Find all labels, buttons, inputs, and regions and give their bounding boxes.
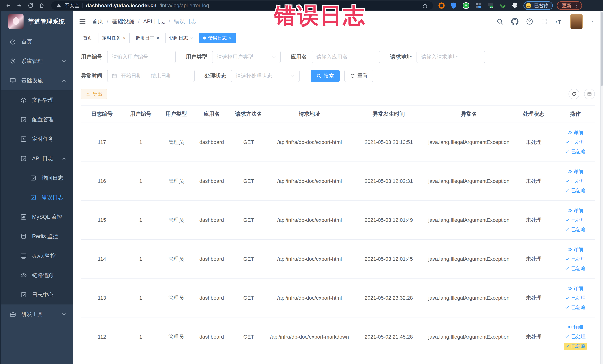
breadcrumb-item[interactable]: 首页 (92, 18, 103, 25)
search-button[interactable]: 搜索 (311, 70, 340, 82)
docs-help-icon[interactable] (526, 18, 533, 25)
columns-icon (587, 91, 592, 97)
column-settings-button[interactable] (584, 89, 595, 99)
font-size-icon[interactable]: tT (556, 18, 563, 25)
sidebar-logo-row[interactable]: 芋道管理系统 (1, 11, 73, 32)
user-menu-caret-icon[interactable] (590, 19, 595, 24)
action-detail[interactable]: 详细 (568, 129, 583, 136)
close-tab-icon[interactable]: × (190, 35, 193, 40)
search-icon[interactable] (496, 18, 504, 25)
home-icon[interactable] (37, 1, 46, 10)
fullscreen-icon[interactable] (541, 18, 548, 25)
select-placeholder: 请选择用户类型 (217, 53, 253, 60)
check-icon (565, 140, 570, 144)
sidebar-item-config[interactable]: 配置管理 (1, 110, 73, 129)
tab-error-log[interactable]: 错误日志× (199, 33, 236, 43)
tab-job-log[interactable]: 调度日志× (132, 33, 163, 43)
cell-time: 2021-05-03 12:01:49 (351, 201, 426, 240)
collapse-sidebar-icon[interactable] (79, 18, 86, 25)
chevron-up-icon (61, 156, 67, 161)
action-processed[interactable]: 已处理 (565, 139, 586, 145)
sidebar-item-log-center[interactable]: 日志中心 (1, 285, 73, 305)
user-type-select[interactable]: 请选择用户类型 (212, 51, 281, 63)
forward-icon[interactable] (15, 1, 24, 10)
reload-icon[interactable] (26, 1, 35, 10)
action-label: 已忽略 (571, 343, 586, 350)
breadcrumb-item[interactable]: API 日志 (143, 18, 165, 25)
browser-menu-icon[interactable] (574, 3, 580, 8)
status-select[interactable]: 请选择处理状态 (231, 70, 300, 82)
sidebar-item-redis[interactable]: Redis 监控 (1, 227, 73, 246)
extension-orange-icon[interactable] (438, 2, 445, 9)
extension-on-badge-icon[interactable]: on (487, 2, 494, 9)
action-detail[interactable]: 详细 (568, 168, 583, 175)
action-ignored[interactable]: 已忽略 (565, 148, 586, 155)
sidebar-item-java[interactable]: Java 监控 (1, 246, 73, 266)
sidebar-item-system[interactable]: 系统管理 (1, 51, 73, 71)
sidebar-item-error-log[interactable]: 错误日志 (1, 188, 73, 207)
extension-grid-icon[interactable] (475, 2, 482, 9)
sidebar-item-label: 文件管理 (32, 96, 54, 104)
action-ignored[interactable]: 已忽略 (565, 265, 586, 272)
extension-shield-icon[interactable] (450, 2, 457, 9)
action-ignored[interactable]: 已忽略 (565, 226, 586, 233)
cell-actions: 详细已处理已忽略 (556, 279, 595, 317)
user-avatar[interactable] (570, 14, 583, 29)
column-header: 异常发生时间 (351, 106, 426, 123)
bookmark-star-icon[interactable] (422, 2, 428, 9)
action-processed[interactable]: 已处理 (565, 178, 586, 184)
browser-update-button[interactable]: 更新 (557, 1, 582, 10)
close-tab-icon[interactable]: × (229, 35, 232, 40)
action-processed[interactable]: 已处理 (565, 333, 586, 340)
reset-button[interactable]: 重置 (344, 70, 373, 82)
action-ignored[interactable]: 已忽略 (564, 343, 587, 350)
cell-user_type: 管理员 (159, 317, 194, 356)
sidebar-item-trace[interactable]: 链路追踪 (1, 266, 73, 285)
sidebar-item-job[interactable]: 定时任务 (1, 129, 73, 149)
breadcrumb-item[interactable]: 基础设施 (112, 18, 134, 25)
sidebar-item-file[interactable]: 文件管理 (1, 90, 73, 110)
tab-job[interactable]: 定时任务× (98, 33, 129, 43)
export-button[interactable]: 导出 (81, 89, 107, 99)
sidebar-item-access-log[interactable]: 访问日志 (1, 168, 73, 188)
tab-home[interactable]: 首页 (79, 33, 96, 43)
sidebar-item-mysql[interactable]: MySQL 监控 (1, 207, 73, 227)
action-detail[interactable]: 详细 (568, 324, 583, 330)
user-id-input[interactable] (107, 51, 176, 63)
action-processed[interactable]: 已处理 (565, 295, 586, 301)
github-icon[interactable] (511, 18, 519, 25)
eye-icon (20, 272, 27, 279)
scrollbar-thumb[interactable] (601, 12, 603, 86)
search-label: 搜索 (324, 72, 334, 79)
sidebar-item-label: MySQL 监控 (32, 213, 62, 221)
cell-exception: java.lang.IllegalArgumentException (426, 317, 511, 356)
action-processed[interactable]: 已处理 (565, 217, 586, 223)
cell-time: 2021-05-03 23:13:51 (351, 123, 426, 162)
action-processed[interactable]: 已处理 (565, 256, 586, 262)
back-icon[interactable] (4, 1, 13, 10)
sidebar-item-infra[interactable]: 基础设施 (1, 71, 73, 90)
action-detail[interactable]: 详细 (568, 246, 583, 253)
sidebar-item-devtools[interactable]: 研发工具 (1, 305, 73, 324)
req-url-input[interactable] (417, 51, 485, 63)
extensions-puzzle-icon[interactable] (511, 2, 519, 9)
extension-leaf-icon[interactable] (499, 2, 506, 9)
sidebar-item-api-log[interactable]: API 日志 (1, 149, 73, 168)
app-name-input[interactable] (312, 51, 380, 63)
tab-access-log[interactable]: 访问日志× (165, 33, 197, 43)
browser-profile-chip[interactable]: 已暂停 (523, 1, 553, 10)
close-tab-icon[interactable]: × (123, 35, 126, 40)
page-scrollbar[interactable] (600, 11, 603, 364)
error-time-daterange[interactable]: 开始日期-结束日期 (107, 70, 195, 82)
sidebar-item-home[interactable]: 首页 (1, 32, 73, 51)
refresh-button[interactable] (568, 89, 579, 99)
extension-green-icon[interactable]: Y (462, 2, 470, 9)
action-ignored[interactable]: 已忽略 (565, 304, 586, 311)
action-detail[interactable]: 详细 (568, 285, 583, 292)
reset-icon (350, 73, 355, 78)
close-tab-icon[interactable]: × (156, 35, 159, 40)
filter-label: 处理状态 (205, 72, 226, 80)
action-detail[interactable]: 详细 (568, 207, 583, 214)
action-ignored[interactable]: 已忽略 (565, 187, 586, 194)
address-bar[interactable]: 不安全 dashboard.yudao.iocoder.cn /infra/lo… (51, 1, 433, 10)
